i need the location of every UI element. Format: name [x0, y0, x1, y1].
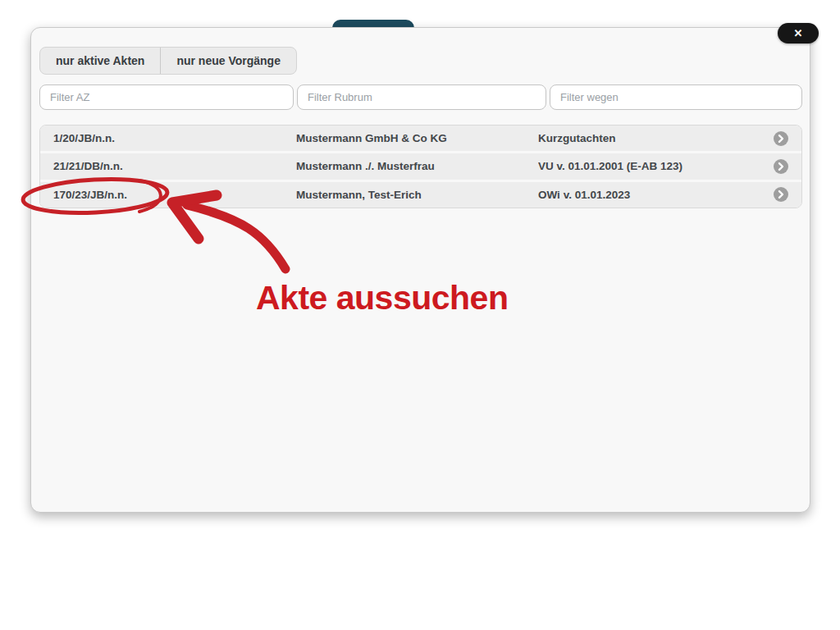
- file-list: 1/20/JB/n.n. Mustermann GmbH & Co KG Kur…: [39, 125, 802, 208]
- file-rubrum: Mustermann, Test-Erich: [296, 189, 538, 201]
- file-wegen: VU v. 01.01.2001 (E-AB 123): [538, 160, 774, 172]
- table-row[interactable]: 1/20/JB/n.n. Mustermann GmbH & Co KG Kur…: [40, 126, 801, 151]
- file-wegen: Kurzgutachten: [538, 132, 774, 144]
- toggle-only-new-cases[interactable]: nur neue Vorgänge: [161, 48, 296, 74]
- chevron-right-icon[interactable]: [774, 159, 801, 174]
- filter-wegen-input[interactable]: [550, 84, 802, 110]
- filter-rubrum-input[interactable]: [297, 84, 546, 110]
- chevron-right-icon[interactable]: [774, 187, 801, 202]
- file-az: 1/20/JB/n.n.: [40, 132, 296, 144]
- file-wegen: OWi v. 01.01.2023: [538, 189, 774, 201]
- file-picker-dialog: nur aktive Akten nur neue Vorgänge 1/20/…: [30, 27, 810, 513]
- chevron-right-icon[interactable]: [774, 131, 801, 146]
- file-rubrum: Mustermann ./. Musterfrau: [296, 160, 538, 172]
- toggle-only-active-files[interactable]: nur aktive Akten: [40, 48, 161, 74]
- table-row[interactable]: 170/23/JB/n.n. Mustermann, Test-Erich OW…: [40, 182, 801, 208]
- table-row[interactable]: 21/21/DB/n.n. Mustermann ./. Musterfrau …: [40, 153, 801, 179]
- filter-az-input[interactable]: [39, 84, 294, 110]
- file-az: 21/21/DB/n.n.: [40, 160, 296, 172]
- close-icon: ✕: [794, 27, 803, 39]
- list-filter-toggle-group: nur aktive Akten nur neue Vorgänge: [39, 47, 297, 75]
- close-button[interactable]: ✕: [778, 23, 819, 43]
- file-az: 170/23/JB/n.n.: [40, 189, 296, 201]
- file-rubrum: Mustermann GmbH & Co KG: [296, 132, 538, 144]
